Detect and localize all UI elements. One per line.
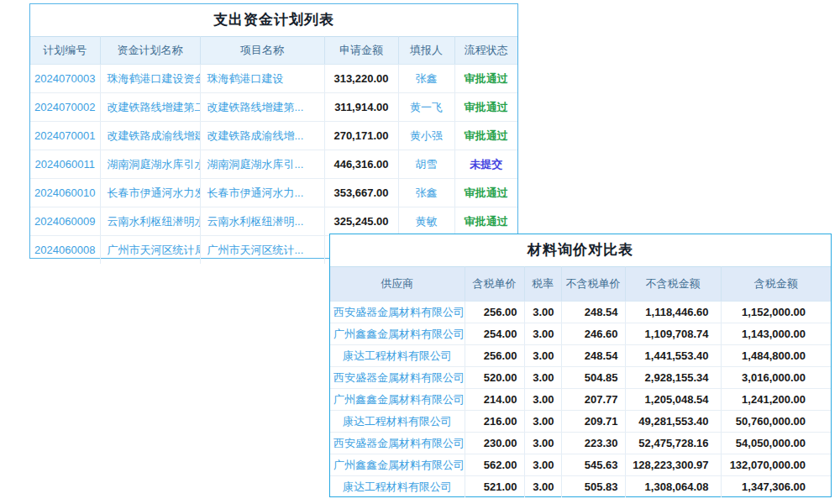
- expense-plan-plan_no-cell[interactable]: 2024060009: [30, 207, 100, 236]
- material-inquiry-tax_rate-cell: 3.00: [524, 345, 561, 367]
- expense-plan-project_name-cell[interactable]: 改建铁路线增建第...: [200, 93, 324, 122]
- table-row: 西安盛器金属材料有限公司520.003.00504.852,928,155.34…: [330, 367, 831, 389]
- material-inquiry-net_price-cell: 248.54: [561, 302, 625, 323]
- column-header: 计划编号: [30, 37, 100, 65]
- expense-plan-amount-cell: 313,220.00: [324, 65, 398, 93]
- material-inquiry-net_price-cell: 223.30: [561, 433, 625, 454]
- expense-plan-fund_plan_name-cell[interactable]: 云南水利枢纽潜明水...: [100, 207, 200, 236]
- material-inquiry-tax_price-cell: 216.00: [465, 411, 524, 433]
- material-inquiry-supplier-cell[interactable]: 康达工程材料有限公司: [330, 476, 465, 498]
- material-inquiry-tax_rate-cell: 3.00: [524, 454, 561, 476]
- expense-plan-fund_plan_name-cell[interactable]: 广州市天河区统计局...: [100, 236, 200, 265]
- material-inquiry-net_amount-cell: 2,928,155.34: [625, 367, 721, 389]
- expense-plan-header-row: 计划编号资金计划名称项目名称申请金额填报人流程状态: [30, 37, 517, 65]
- material-inquiry-tax_amount-cell: 1,143,000.00: [721, 323, 831, 345]
- material-inquiry-net_price-cell: 246.60: [561, 323, 625, 345]
- expense-plan-project_name-cell[interactable]: 珠海鹤港口建设: [200, 65, 324, 93]
- expense-plan-status-cell[interactable]: 审批通过: [454, 207, 517, 236]
- expense-plan-fund_plan_name-cell[interactable]: 改建铁路线增建第二...: [100, 93, 200, 122]
- expense-plan-reporter-cell[interactable]: 胡雪: [398, 150, 454, 179]
- expense-plan-reporter-cell[interactable]: 张鑫: [398, 65, 454, 93]
- material-inquiry-tax_rate-cell: 3.00: [524, 367, 561, 389]
- expense-plan-reporter-cell[interactable]: 张鑫: [398, 179, 454, 207]
- column-header: 税率: [524, 267, 561, 302]
- expense-plan-status-cell[interactable]: 审批通过: [454, 93, 517, 122]
- expense-plan-project_name-cell[interactable]: 改建铁路成渝线增...: [200, 122, 324, 150]
- column-header: 资金计划名称: [100, 37, 200, 65]
- material-inquiry-net_price-cell: 505.83: [561, 476, 625, 498]
- material-inquiry-tax_price-cell: 521.00: [465, 476, 524, 498]
- column-header: 不含税单价: [561, 267, 625, 302]
- table-row: 2024060011湖南洞庭湖水库引水...湖南洞庭湖水库引...446,316…: [30, 150, 517, 179]
- column-header: 申请金额: [324, 37, 398, 65]
- material-inquiry-tax_amount-cell: 54,050,000.00: [721, 433, 831, 454]
- table-row: 广州鑫鑫金属材料有限公司562.003.00545.63128,223,300.…: [330, 454, 831, 476]
- material-inquiry-tax_amount-cell: 1,484,800.00: [721, 345, 831, 367]
- table-row: 西安盛器金属材料有限公司256.003.00248.541,118,446.60…: [330, 302, 831, 323]
- expense-plan-project_name-cell[interactable]: 云南水利枢纽潜明...: [200, 207, 324, 236]
- expense-plan-reporter-cell[interactable]: 黄敏: [398, 207, 454, 236]
- column-header: 供应商: [330, 267, 465, 302]
- material-inquiry-header-row: 供应商含税单价税率不含税单价不含税金额含税金额: [330, 267, 831, 302]
- material-inquiry-tax_rate-cell: 3.00: [524, 433, 561, 454]
- expense-plan-status-cell[interactable]: 审批通过: [454, 122, 517, 150]
- material-inquiry-table: 供应商含税单价税率不含税单价不含税金额含税金额 西安盛器金属材料有限公司256.…: [330, 266, 831, 497]
- column-header: 不含税金额: [625, 267, 721, 302]
- table-row: 2024070002改建铁路线增建第二...改建铁路线增建第...311,914…: [30, 93, 517, 122]
- expense-plan-project_name-cell[interactable]: 广州市天河区统计...: [200, 236, 324, 265]
- expense-plan-plan_no-cell[interactable]: 2024070002: [30, 93, 100, 122]
- table-row: 康达工程材料有限公司216.003.00209.7149,281,553.405…: [330, 411, 831, 433]
- expense-plan-fund_plan_name-cell[interactable]: 湖南洞庭湖水库引水...: [100, 150, 200, 179]
- material-inquiry-net_amount-cell: 1,205,048.54: [625, 389, 721, 411]
- expense-plan-plan_no-cell[interactable]: 2024060011: [30, 150, 100, 179]
- material-inquiry-tax_amount-cell: 1,152,000.00: [721, 302, 831, 323]
- column-header: 含税单价: [465, 267, 524, 302]
- table-row: 2024060009云南水利枢纽潜明水...云南水利枢纽潜明...325,245…: [30, 207, 517, 236]
- material-inquiry-tax_amount-cell: 1,241,200.00: [721, 389, 831, 411]
- expense-plan-plan_no-cell[interactable]: 2024070003: [30, 65, 100, 93]
- material-inquiry-supplier-cell[interactable]: 康达工程材料有限公司: [330, 411, 465, 433]
- expense-plan-fund_plan_name-cell[interactable]: 珠海鹤港口建设资金...: [100, 65, 200, 93]
- material-inquiry-supplier-cell[interactable]: 康达工程材料有限公司: [330, 345, 465, 367]
- expense-plan-status-cell[interactable]: 审批通过: [454, 65, 517, 93]
- expense-plan-status-cell[interactable]: 审批通过: [454, 179, 517, 207]
- material-inquiry-tax_amount-cell: 132,070,000.00: [721, 454, 831, 476]
- material-inquiry-tax_amount-cell: 50,760,000.00: [721, 411, 831, 433]
- expense-plan-plan_no-cell[interactable]: 2024070001: [30, 122, 100, 150]
- material-inquiry-net_amount-cell: 1,441,553.40: [625, 345, 721, 367]
- material-inquiry-panel: 材料询价对比表 供应商含税单价税率不含税单价不含税金额含税金额 西安盛器金属材料…: [329, 234, 832, 497]
- material-inquiry-tax_rate-cell: 3.00: [524, 476, 561, 498]
- material-inquiry-net_amount-cell: 1,308,064.08: [625, 476, 721, 498]
- expense-plan-project_name-cell[interactable]: 长春市伊通河水力...: [200, 179, 324, 207]
- material-inquiry-net_price-cell: 545.63: [561, 454, 625, 476]
- expense-plan-amount-cell: 446,316.00: [324, 150, 398, 179]
- expense-plan-amount-cell: 270,171.00: [324, 122, 398, 150]
- table-row: 广州鑫鑫金属材料有限公司254.003.00246.601,109,708.74…: [330, 323, 831, 345]
- expense-plan-plan_no-cell[interactable]: 2024060010: [30, 179, 100, 207]
- expense-plan-project_name-cell[interactable]: 湖南洞庭湖水库引...: [200, 150, 324, 179]
- expense-plan-plan_no-cell[interactable]: 2024060008: [30, 236, 100, 265]
- material-inquiry-supplier-cell[interactable]: 广州鑫鑫金属材料有限公司: [330, 323, 465, 345]
- table-row: 康达工程材料有限公司256.003.00248.541,441,553.401,…: [330, 345, 831, 367]
- material-inquiry-supplier-cell[interactable]: 西安盛器金属材料有限公司: [330, 433, 465, 454]
- expense-plan-fund_plan_name-cell[interactable]: 改建铁路成渝线增建...: [100, 122, 200, 150]
- expense-plan-fund_plan_name-cell[interactable]: 长春市伊通河水力发...: [100, 179, 200, 207]
- material-inquiry-tax_amount-cell: 3,016,000.00: [721, 367, 831, 389]
- table-row: 2024060010长春市伊通河水力发...长春市伊通河水力...353,667…: [30, 179, 517, 207]
- material-inquiry-supplier-cell[interactable]: 西安盛器金属材料有限公司: [330, 302, 465, 323]
- material-inquiry-tax_price-cell: 214.00: [465, 389, 524, 411]
- material-inquiry-supplier-cell[interactable]: 广州鑫鑫金属材料有限公司: [330, 454, 465, 476]
- material-inquiry-net_amount-cell: 49,281,553.40: [625, 411, 721, 433]
- material-inquiry-supplier-cell[interactable]: 西安盛器金属材料有限公司: [330, 367, 465, 389]
- material-inquiry-net_price-cell: 504.85: [561, 367, 625, 389]
- expense-plan-reporter-cell[interactable]: 黄一飞: [398, 93, 454, 122]
- expense-plan-amount-cell: 311,914.00: [324, 93, 398, 122]
- expense-plan-status-cell[interactable]: 未提交: [454, 150, 517, 179]
- material-inquiry-tax_amount-cell: 1,347,306.00: [721, 476, 831, 498]
- table-row: 西安盛器金属材料有限公司230.003.00223.3052,475,728.1…: [330, 433, 831, 454]
- table-row: 广州鑫鑫金属材料有限公司214.003.00207.771,205,048.54…: [330, 389, 831, 411]
- material-inquiry-tax_rate-cell: 3.00: [524, 411, 561, 433]
- expense-plan-reporter-cell[interactable]: 黄小强: [398, 122, 454, 150]
- material-inquiry-supplier-cell[interactable]: 广州鑫鑫金属材料有限公司: [330, 389, 465, 411]
- material-inquiry-tax_price-cell: 520.00: [465, 367, 524, 389]
